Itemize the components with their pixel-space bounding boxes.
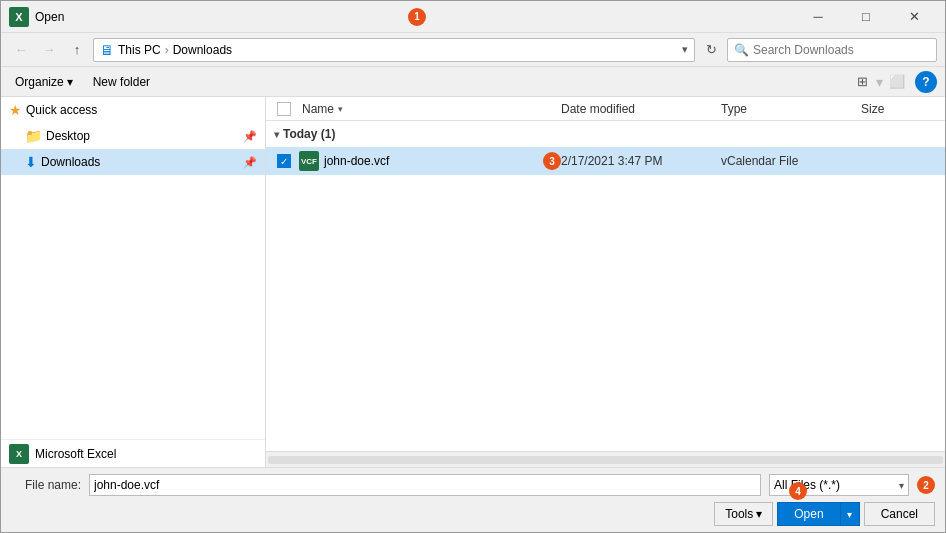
file-type-val: vCalendar File (721, 154, 861, 168)
header-checkbox-col (270, 102, 298, 116)
minimize-button[interactable]: ─ (795, 1, 841, 33)
search-input[interactable] (753, 43, 930, 57)
header-size-col[interactable]: Size (861, 102, 941, 116)
name-sort-icon: ▾ (338, 104, 343, 114)
file-row[interactable]: ✓ VCF john-doe.vcf 3 2/17/2021 3:47 PM v… (266, 147, 945, 175)
navigation-toolbar: ← → ↑ 🖥 This PC › Downloads ▾ ↻ 🔍 (1, 33, 945, 67)
downloads-pin-icon: 📌 (243, 156, 257, 169)
sidebar-item-downloads[interactable]: ⬇ Downloads 📌 (1, 149, 265, 175)
header-type-col[interactable]: Type (721, 102, 861, 116)
ms-excel-label: Microsoft Excel (35, 447, 116, 461)
file-checkbox[interactable]: ✓ (277, 154, 291, 168)
close-button[interactable]: ✕ (891, 1, 937, 33)
desktop-label: Desktop (46, 129, 90, 143)
address-path: This PC › Downloads (118, 43, 678, 57)
date-col-label: Date modified (561, 102, 635, 116)
forward-button[interactable]: → (37, 38, 61, 62)
excel-app-icon: X (9, 7, 29, 27)
file-rows: ▾ Today (1) ✓ VCF john-doe.vcf 3 2/17 (266, 121, 945, 451)
file-date-val: 2/17/2021 3:47 PM (561, 154, 721, 168)
tools-button[interactable]: Tools ▾ (714, 502, 773, 526)
group-expand-icon: ▾ (274, 129, 279, 140)
ms-excel-icon: X (9, 444, 29, 464)
view-grid-button[interactable]: ⊞ (850, 71, 874, 93)
title-step-badge: 1 (408, 8, 426, 26)
vcf-type-icon: VCF (299, 151, 319, 171)
new-folder-label: New folder (93, 75, 150, 89)
file-list-header: Name ▾ Date modified Type Size (266, 97, 945, 121)
computer-icon: 🖥 (100, 42, 114, 58)
organize-button[interactable]: Organize ▾ (9, 71, 79, 93)
address-bar[interactable]: 🖥 This PC › Downloads ▾ (93, 38, 695, 62)
sidebar-quick-access[interactable]: ★ Quick access (1, 97, 265, 123)
open-button[interactable]: Open (777, 502, 839, 526)
quick-access-icon: ★ (9, 102, 22, 118)
desktop-pin-icon: 📌 (243, 130, 257, 143)
file-list: Name ▾ Date modified Type Size ▾ Toda (266, 97, 945, 467)
title-bar: X Open 1 ─ □ ✕ (1, 1, 945, 33)
type-col-label: Type (721, 102, 747, 116)
refresh-button[interactable]: ↻ (699, 38, 723, 62)
size-col-label: Size (861, 102, 884, 116)
open-dialog: X Open 1 ─ □ ✕ ← → ↑ 🖥 This PC › Downloa… (0, 0, 946, 533)
main-content: ★ Quick access 📁 Desktop 📌 ⬇ Downloads 📌… (1, 97, 945, 467)
select-all-checkbox[interactable] (277, 102, 291, 116)
sidebar-bottom-app: X Microsoft Excel (1, 439, 265, 467)
name-col-label: Name (302, 102, 334, 116)
maximize-button[interactable]: □ (843, 1, 889, 33)
filetype-step-badge: 2 (917, 476, 935, 494)
tools-label: Tools (725, 507, 753, 521)
organize-label: Organize (15, 75, 64, 89)
header-name-col[interactable]: Name ▾ (298, 102, 561, 116)
view-divider: ▾ (876, 74, 883, 90)
downloads-label: Downloads (41, 155, 100, 169)
file-step-badge: 3 (543, 152, 561, 170)
file-type-label: All Files (*.*) (774, 478, 840, 492)
quick-access-label: Quick access (26, 103, 97, 117)
new-folder-button[interactable]: New folder (87, 71, 156, 93)
address-dropdown-arrow[interactable]: ▾ (682, 43, 688, 56)
file-vcf-icon: VCF (298, 150, 320, 172)
file-name-field[interactable] (89, 474, 761, 496)
desktop-icon: 📁 (25, 128, 42, 144)
tools-dropdown-arrow: ▾ (756, 507, 762, 521)
up-button[interactable]: ↑ (65, 38, 89, 62)
sidebar: ★ Quick access 📁 Desktop 📌 ⬇ Downloads 📌… (1, 97, 266, 467)
address-sep1: › (165, 43, 169, 57)
view-controls: ⊞ ▾ ⬜ ? (850, 71, 937, 93)
open-button-group: Open ▾ (777, 502, 859, 526)
organize-arrow: ▾ (67, 75, 73, 89)
open-step-badge: 4 (789, 482, 807, 500)
group-today[interactable]: ▾ Today (1) (266, 121, 945, 147)
bottom-area: File name: All Files (*.*) ▾ 2 Tools ▾ O… (1, 467, 945, 532)
header-date-col[interactable]: Date modified (561, 102, 721, 116)
address-downloads: Downloads (173, 43, 232, 57)
file-name-label: john-doe.vcf (320, 154, 539, 168)
file-type-dropdown-arrow: ▾ (899, 480, 904, 491)
downloads-icon: ⬇ (25, 154, 37, 170)
address-thispc: This PC (118, 43, 161, 57)
scrollbar-track (268, 456, 943, 464)
command-toolbar: Organize ▾ New folder ⊞ ▾ ⬜ ? (1, 67, 945, 97)
file-name-field-label: File name: (11, 478, 81, 492)
window-controls: ─ □ ✕ (795, 1, 937, 33)
search-icon: 🔍 (734, 43, 749, 57)
bottom-buttons: Tools ▾ Open ▾ Cancel 4 (11, 502, 935, 526)
dialog-title: Open (35, 10, 404, 24)
back-button[interactable]: ← (9, 38, 33, 62)
help-button[interactable]: ? (915, 71, 937, 93)
sidebar-item-desktop[interactable]: 📁 Desktop 📌 (1, 123, 265, 149)
group-today-label: Today (1) (283, 127, 335, 141)
view-pane-button[interactable]: ⬜ (885, 71, 909, 93)
file-checkbox-wrap[interactable]: ✓ (270, 154, 298, 168)
cancel-button[interactable]: Cancel (864, 502, 935, 526)
search-box[interactable]: 🔍 (727, 38, 937, 62)
horizontal-scrollbar[interactable] (266, 451, 945, 467)
open-dropdown-arrow[interactable]: ▾ (840, 502, 860, 526)
